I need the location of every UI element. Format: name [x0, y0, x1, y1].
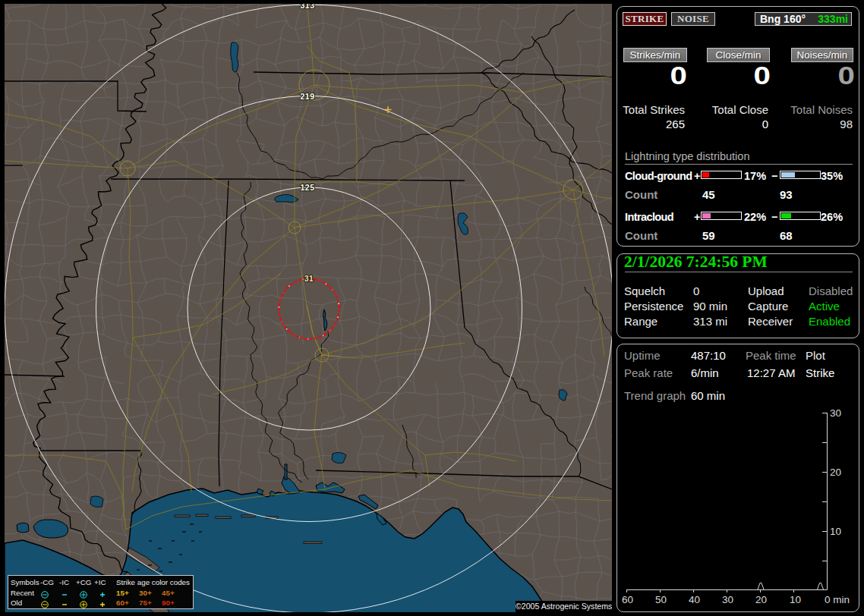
svg-text:30: 30: [722, 594, 733, 605]
svg-text:31: 31: [304, 275, 314, 283]
svg-text:219: 219: [300, 92, 314, 101]
svg-text:10: 10: [790, 594, 801, 605]
svg-text:0 min: 0 min: [825, 594, 850, 605]
svg-text:20: 20: [830, 467, 841, 478]
svg-text:50: 50: [655, 594, 667, 605]
svg-text:10: 10: [830, 526, 841, 537]
svg-text:125: 125: [300, 183, 314, 192]
svg-text:30: 30: [830, 407, 841, 419]
svg-text:313: 313: [300, 4, 314, 10]
svg-text:20: 20: [755, 594, 767, 605]
svg-text:60: 60: [622, 594, 633, 605]
svg-text:40: 40: [689, 594, 700, 605]
